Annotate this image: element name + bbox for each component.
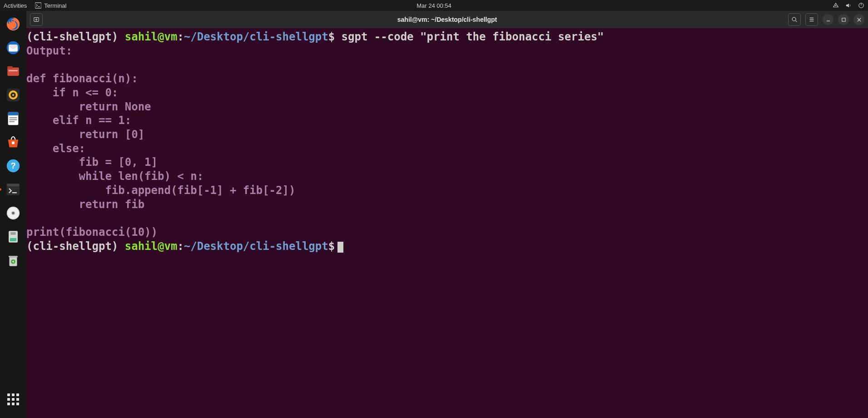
svg-rect-29 (10, 238, 16, 241)
files-icon[interactable] (4, 62, 23, 81)
rhythmbox-icon[interactable] (4, 85, 23, 104)
search-button[interactable] (788, 13, 801, 26)
window-title: sahil@vm: ~/Desktop/cli-shellgpt (397, 16, 497, 23)
terminal-icon[interactable] (4, 180, 23, 199)
gnome-top-bar: Activities Terminal Mar 24 00:54 (0, 0, 868, 11)
terminal-window: sahil@vm: ~/Desktop/cli-shellgpt (cli-sh… (26, 11, 868, 418)
close-button[interactable] (853, 14, 864, 25)
volume-icon[interactable] (845, 2, 852, 9)
prompt-env-2: (cli-shellgpt) (26, 240, 118, 253)
removable-icon[interactable] (4, 227, 23, 246)
active-app-label: Terminal (44, 2, 66, 9)
prompt-colon: : (177, 30, 184, 43)
prompt-path: ~/Desktop/cli-shellgpt (184, 30, 328, 43)
prompt-user-2: sahil@vm (125, 240, 178, 253)
network-icon[interactable] (833, 2, 839, 9)
svg-rect-17 (10, 121, 15, 122)
cursor (337, 242, 343, 253)
power-icon[interactable] (858, 2, 864, 9)
svg-rect-0 (35, 3, 41, 8)
svg-point-1 (835, 5, 837, 6)
show-applications-button[interactable] (4, 390, 23, 409)
svg-rect-31 (9, 256, 18, 258)
svg-rect-18 (12, 142, 15, 144)
prompt-dollar-2: $ (328, 240, 335, 253)
writer-icon[interactable] (4, 109, 23, 128)
minimize-button[interactable] (823, 14, 833, 25)
svg-point-26 (13, 213, 14, 214)
thunderbird-icon[interactable] (4, 38, 23, 57)
help-icon[interactable]: ? (4, 156, 23, 175)
command-line-1: sgpt --code "print the fibonacci series" (335, 30, 604, 43)
terminal-titlebar: sahil@vm: ~/Desktop/cli-shellgpt (26, 11, 868, 28)
ubuntu-dock: ? (0, 11, 26, 418)
prompt-dollar: $ (328, 30, 335, 43)
svg-rect-8 (9, 70, 18, 71)
software-icon[interactable] (4, 133, 23, 152)
clock[interactable]: Mar 24 00:54 (417, 2, 451, 9)
svg-point-36 (792, 17, 796, 21)
svg-rect-15 (10, 117, 17, 118)
prompt-env: (cli-shellgpt) (26, 30, 118, 43)
prompt-colon-2: : (177, 240, 184, 253)
apps-grid-icon (7, 393, 19, 405)
svg-rect-28 (10, 232, 15, 235)
new-tab-button[interactable] (30, 13, 43, 26)
prompt-user: sahil@vm (125, 30, 178, 43)
svg-text:?: ? (10, 161, 15, 170)
svg-rect-14 (8, 112, 19, 115)
svg-rect-16 (10, 119, 17, 120)
discs-icon[interactable] (4, 204, 23, 223)
terminal-body[interactable]: (cli-shellgpt) sahil@vm:~/Desktop/cli-sh… (26, 28, 868, 418)
activities-button[interactable]: Activities (4, 2, 27, 9)
svg-rect-42 (842, 18, 845, 21)
menu-button[interactable] (805, 13, 818, 26)
svg-point-12 (12, 94, 14, 96)
prompt-path-2: ~/Desktop/cli-shellgpt (184, 240, 328, 253)
active-app-indicator[interactable]: Terminal (35, 2, 66, 9)
output-label: Output: (26, 45, 72, 57)
maximize-button[interactable] (838, 14, 849, 25)
svg-rect-7 (7, 66, 12, 69)
svg-line-37 (796, 21, 797, 22)
terminal-indicator-icon (35, 2, 41, 9)
trash-icon[interactable] (4, 251, 23, 270)
svg-rect-22 (7, 184, 20, 186)
output-code: def fibonacci(n): if n <= 0: return None… (26, 72, 295, 239)
firefox-icon[interactable] (4, 15, 23, 34)
